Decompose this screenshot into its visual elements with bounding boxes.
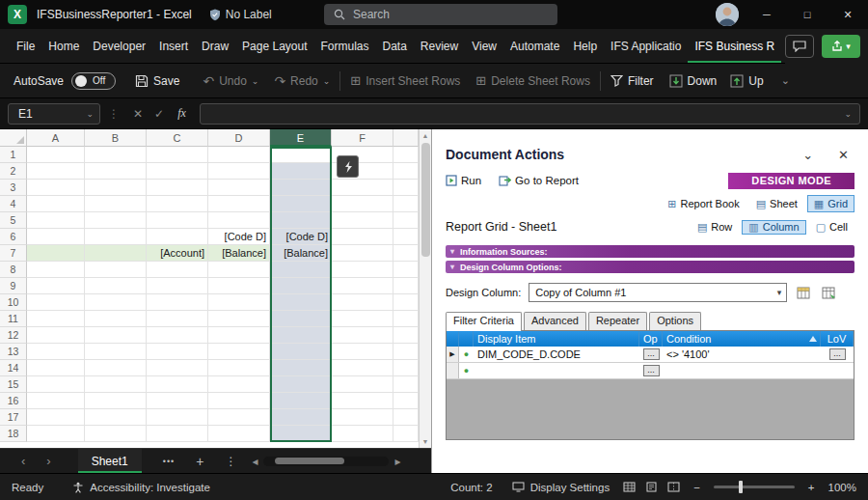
cell-partial18[interactable] [393, 426, 419, 442]
redo-button[interactable]: ↷ Redo ⌄ [274, 73, 330, 89]
column-header-C[interactable]: C [147, 129, 208, 147]
undo-button[interactable]: ↶ Undo ⌄ [203, 73, 258, 89]
cell-D10[interactable] [208, 294, 270, 311]
formula-input[interactable]: ⌄ [200, 103, 860, 125]
cell-E16[interactable] [270, 393, 332, 409]
row-header-14[interactable]: 14 [0, 360, 27, 376]
row-header-15[interactable]: 15 [0, 376, 27, 393]
cell-A8[interactable] [27, 262, 85, 278]
cell-D12[interactable] [208, 327, 270, 344]
cell-partial11[interactable] [393, 311, 419, 327]
design-column-options-section-header[interactable]: ▾ Design Column Options: [446, 261, 854, 273]
cell-B10[interactable] [85, 294, 147, 311]
cell-B13[interactable] [85, 344, 147, 360]
cell-F12[interactable] [332, 327, 393, 344]
maximize-button[interactable]: □ [787, 0, 827, 29]
cell-F3[interactable] [332, 180, 393, 196]
cell-D15[interactable] [208, 376, 270, 393]
condition-cell[interactable]: <> '4100' [663, 347, 821, 362]
cell-B4[interactable] [85, 196, 147, 212]
cell-F6[interactable] [332, 229, 393, 245]
cell-B8[interactable] [85, 262, 147, 278]
row-button[interactable]: ▤ Row [691, 220, 739, 235]
cell-partial9[interactable] [393, 278, 419, 294]
cell-E18[interactable] [270, 426, 332, 442]
cell-E10[interactable] [270, 294, 332, 311]
cell-C4[interactable] [147, 196, 208, 212]
autosave-toggle[interactable]: Off [71, 72, 116, 90]
row-header-16[interactable]: 16 [0, 393, 27, 409]
cell-C12[interactable] [147, 327, 208, 344]
cell-C9[interactable] [147, 278, 208, 294]
save-button[interactable]: Save [135, 74, 179, 88]
cell-partial13[interactable] [393, 344, 419, 360]
ribbon-tab-ifs-applicatio[interactable]: IFS Applicatio [604, 29, 688, 64]
column-header-partial[interactable] [393, 129, 419, 147]
cell-C3[interactable] [147, 180, 208, 196]
row-header-9[interactable]: 9 [0, 278, 27, 294]
sheet-list-button[interactable]: ••• [163, 457, 175, 466]
lov-ellipsis-button[interactable]: ... [829, 348, 846, 360]
go-to-report-button[interactable]: Go to Report [499, 175, 579, 186]
ribbon-tab-draw[interactable]: Draw [195, 29, 235, 64]
zoom-slider[interactable] [714, 486, 795, 488]
cell-D7[interactable]: [Balance] [208, 245, 270, 262]
cell-A5[interactable] [27, 212, 85, 229]
page-layout-view-button[interactable] [645, 482, 658, 492]
cell-F5[interactable] [332, 212, 393, 229]
display-settings-button[interactable]: Display Settings [512, 482, 610, 493]
horizontal-scroll-thumb[interactable] [275, 458, 344, 464]
up-button[interactable]: Up [730, 74, 763, 88]
cell-E5[interactable] [270, 212, 332, 229]
criteria-row[interactable]: ▶●DIM_CODE_D.CODE...<> '4100'... [447, 347, 854, 363]
cell-A14[interactable] [27, 360, 85, 376]
select-all-corner[interactable] [0, 129, 27, 147]
cell-partial6[interactable] [393, 229, 419, 245]
row-header-13[interactable]: 13 [0, 344, 27, 360]
cell-F10[interactable] [332, 294, 393, 311]
header-display-item[interactable]: Display Item [474, 331, 639, 347]
ribbon-tab-review[interactable]: Review [414, 29, 465, 64]
cell-C8[interactable] [147, 262, 208, 278]
cell-C16[interactable] [147, 393, 208, 409]
share-button[interactable]: ▾ [822, 35, 860, 58]
cell-B12[interactable] [85, 327, 147, 344]
scroll-left-icon[interactable]: ◂ [252, 455, 258, 468]
cell-E2[interactable] [270, 163, 332, 180]
cell-C6[interactable] [147, 229, 208, 245]
header-op[interactable]: Op [639, 331, 663, 347]
cell-C1[interactable] [147, 147, 208, 163]
new-sheet-button[interactable]: + [196, 454, 203, 469]
cell-D6[interactable]: [Code D] [208, 229, 270, 245]
cell-D1[interactable] [208, 147, 270, 163]
cell-A13[interactable] [27, 344, 85, 360]
scroll-up-icon[interactable]: ▲ [422, 132, 429, 139]
cell-A12[interactable] [27, 327, 85, 344]
ribbon-tab-page-layout[interactable]: Page Layout [235, 29, 313, 64]
cell-C2[interactable] [147, 163, 208, 180]
cell-E8[interactable] [270, 262, 332, 278]
cell-C14[interactable] [147, 360, 208, 376]
column-header-A[interactable]: A [27, 129, 85, 147]
cell-partial2[interactable] [393, 163, 419, 180]
tab-repeater[interactable]: Repeater [588, 312, 647, 330]
row-header-17[interactable]: 17 [0, 409, 27, 426]
cell-F4[interactable] [332, 196, 393, 212]
cell-B9[interactable] [85, 278, 147, 294]
tab-advanced[interactable]: Advanced [524, 312, 586, 330]
header-condition[interactable]: Condition [663, 331, 821, 347]
name-box[interactable]: E1 ⌄ [8, 103, 100, 125]
cell-B7[interactable] [85, 245, 147, 262]
delete-sheet-rows-button[interactable]: ⊞ Delete Sheet Rows [475, 73, 590, 88]
sheet-tab-sheet1[interactable]: Sheet1 [78, 449, 142, 474]
row-header-12[interactable]: 12 [0, 327, 27, 344]
cell-D9[interactable] [208, 278, 270, 294]
cell-partial4[interactable] [393, 196, 419, 212]
ribbon-tab-data[interactable]: Data [376, 29, 414, 64]
cell-E12[interactable] [270, 327, 332, 344]
cell-C17[interactable] [147, 409, 208, 426]
cell-B18[interactable] [85, 426, 147, 442]
vertical-scrollbar[interactable]: ▲ ▼ [419, 129, 431, 448]
cell-E4[interactable] [270, 196, 332, 212]
row-header-4[interactable]: 4 [0, 196, 27, 212]
